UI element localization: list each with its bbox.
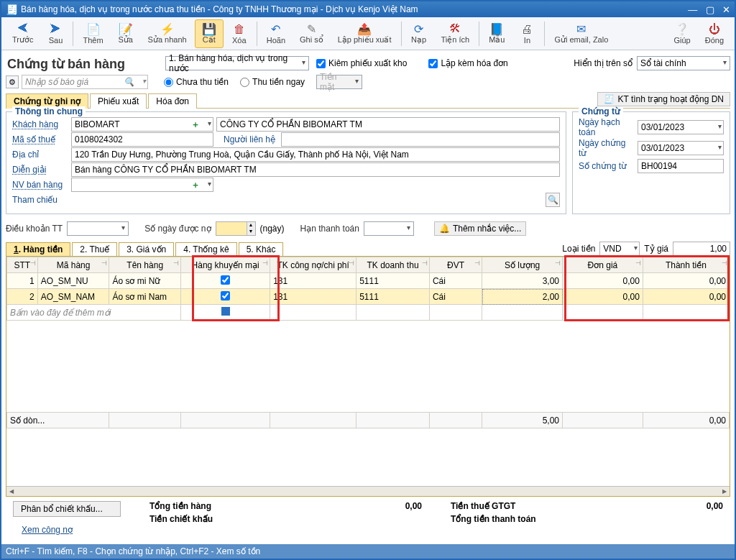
main-toolbar: ⮜Trước ⮞Sau 📄Thêm 📝Sửa ⚡Sửa nhanh 💾Cất 🗑… — [1, 17, 735, 50]
grid-tab-tax[interactable]: 2. Thuế — [72, 242, 117, 256]
add-reminder-button[interactable]: 🔔Thêm nhắc việc... — [434, 221, 526, 236]
dropdown-icon[interactable]: ▾ — [208, 180, 211, 188]
close-window-button[interactable]: ✕ — [722, 4, 730, 15]
undo-button[interactable]: ↶Hoãn — [260, 19, 292, 48]
pay-now-radio[interactable]: Thu tiền ngay — [240, 77, 305, 87]
grid-header-row: STT⊣ Mã hàng⊣ Tên hàng⊣ Hàng khuyến mại⊣… — [7, 257, 730, 273]
check-with-invoice[interactable]: Lập kèm hóa đơn — [428, 58, 507, 68]
reminder-icon: 🔔 — [439, 224, 450, 234]
document-group: Chứng từ Ngày hạch toán03/01/2023▾ Ngày … — [572, 111, 730, 214]
edit-button[interactable]: 📝Sửa — [111, 19, 140, 48]
search-quote-input[interactable]: Nhập số báo giá 🔍 ▾ — [22, 75, 148, 89]
grid-row[interactable]: 2AO_SM_NAMÁo sơ mi Nam 1315111Cái 2,000,… — [7, 289, 730, 305]
address-input[interactable]: 120 Trần Duy Hưng, Phường Trung Hoà, Quậ… — [71, 147, 560, 162]
promo-checkbox[interactable] — [221, 291, 230, 300]
view-debt-button[interactable]: Xem công nợ — [13, 523, 121, 537]
customer-name-input[interactable]: CÔNG TY CỔ PHẦN BIBOMART TM — [216, 117, 560, 132]
grid-tab-stat[interactable]: 4. Thống kê — [175, 242, 236, 256]
grid-horizontal-scrollbar[interactable] — [6, 486, 730, 496]
grid-tab-other[interactable]: 5. Khác — [239, 242, 284, 256]
payment-method-select: Tiền mặt — [316, 75, 362, 89]
issue-slip-button[interactable]: 📤Lập phiếu xuất — [331, 19, 398, 48]
add-customer-icon[interactable]: ＋ — [191, 119, 200, 131]
currency-select[interactable]: VND — [599, 242, 640, 256]
minimize-button[interactable]: — — [688, 4, 697, 15]
write-button[interactable]: ✎Ghi sổ — [293, 19, 330, 48]
doc-no-input[interactable]: BH00194 — [638, 159, 724, 173]
save-button[interactable]: 💾Cất — [195, 19, 224, 48]
display-book-label: Hiển thị trên sổ — [574, 58, 632, 68]
window-title: Bán hàng hóa, dịch vụ trong nước chưa th… — [21, 4, 682, 14]
status-bar: Ctrl+F - Tìm kiếm, F8 - Chọn chứng từ nh… — [1, 544, 735, 559]
page-title: Chứng từ bán hàng — [6, 53, 126, 76]
close-button[interactable]: ⏻Đóng — [699, 19, 730, 48]
reference-lookup-icon[interactable]: 🔍 — [546, 193, 560, 207]
grid-tab-money[interactable]: 11. Hàng tiền. Hàng tiền — [6, 242, 70, 256]
search-dropdown-icon[interactable]: ▾ — [142, 77, 146, 85]
doc-date-input[interactable]: 03/01/2023▾ — [638, 141, 724, 155]
next-button[interactable]: ⮞Sau — [41, 19, 70, 48]
promo-checkbox[interactable] — [221, 275, 230, 285]
window-titlebar: 🧾 Bán hàng hóa, dịch vụ trong nước chưa … — [1, 1, 735, 17]
utilities-button[interactable]: 🛠Tiện ích — [435, 19, 477, 48]
app-icon: 🧾 — [6, 4, 18, 15]
delete-button[interactable]: 🗑Xóa — [225, 19, 254, 48]
quick-edit-button[interactable]: ⚡Sửa nhanh — [142, 19, 193, 48]
sale-type-select[interactable]: 1. Bán hàng hóa, dịch vụ trong nước — [165, 56, 309, 70]
payment-term-select[interactable] — [67, 221, 129, 236]
line-items-grid: STT⊣ Mã hàng⊣ Tên hàng⊣ Hàng khuyến mại⊣… — [6, 256, 730, 497]
due-date-select[interactable] — [364, 221, 414, 236]
grid-row[interactable]: 1AO_SM_NUÁo sơ mi Nữ 1315111Cái 3,000,00… — [7, 273, 730, 289]
pay-later-radio[interactable]: Chưa thu tiền — [164, 77, 229, 87]
tax-code-input[interactable]: 0108024302 — [71, 132, 213, 147]
maximize-button[interactable]: ▢ — [706, 4, 714, 15]
help-button[interactable]: ❔Giúp — [667, 19, 696, 48]
grid-summary-row: Số dòn... 5,000,00 — [7, 413, 730, 428]
add-button[interactable]: 📄Thêm — [76, 19, 109, 48]
tab-invoice[interactable]: Hóa đơn — [148, 93, 197, 109]
template-button[interactable]: 📘Mẫu — [482, 19, 511, 48]
contact-input[interactable] — [281, 132, 560, 147]
prev-button[interactable]: ⮜Trước — [6, 19, 40, 48]
general-info-group: Thông tin chung Khách hàng BIBOMART＋▾ CÔ… — [6, 111, 566, 214]
search-icon[interactable]: 🔍 — [124, 77, 134, 87]
post-date-input[interactable]: 03/01/2023▾ — [638, 120, 724, 134]
reload-button[interactable]: ⟳Nạp — [405, 19, 433, 48]
description-input[interactable]: Bán hàng CÔNG TY CỔ PHẦN BIBOMART TM — [71, 162, 560, 177]
credit-days-input[interactable]: ▲▼ — [216, 221, 256, 236]
dropdown-icon[interactable]: ▾ — [208, 119, 211, 127]
check-business-status-button[interactable]: 🧾KT tình trạng hoạt động DN — [597, 92, 730, 106]
salesperson-input[interactable]: ＋▾ — [71, 178, 213, 192]
send-email-button[interactable]: ✉Gửi email, Zalo — [548, 19, 615, 48]
grid-tab-cost[interactable]: 3. Giá vốn — [119, 242, 174, 256]
add-salesperson-icon[interactable]: ＋ — [191, 179, 200, 191]
grid-add-row[interactable]: Bấm vào đây để thêm mới — [7, 305, 730, 321]
settings-gear-icon[interactable]: ⚙ — [6, 75, 19, 88]
print-button[interactable]: 🖨In — [512, 19, 541, 48]
book-select[interactable]: Sổ tài chính — [637, 56, 730, 70]
customer-code-input[interactable]: BIBOMART＋▾ — [71, 117, 213, 132]
info-icon: 🧾 — [604, 94, 615, 104]
check-issue-slip[interactable]: Kiêm phiếu xuất kho — [316, 58, 407, 68]
exchange-rate-input[interactable] — [673, 242, 730, 256]
tab-issue-slip[interactable]: Phiếu xuất — [90, 93, 147, 109]
allocate-discount-button[interactable]: Phân bổ chiết khấu... — [13, 501, 121, 517]
